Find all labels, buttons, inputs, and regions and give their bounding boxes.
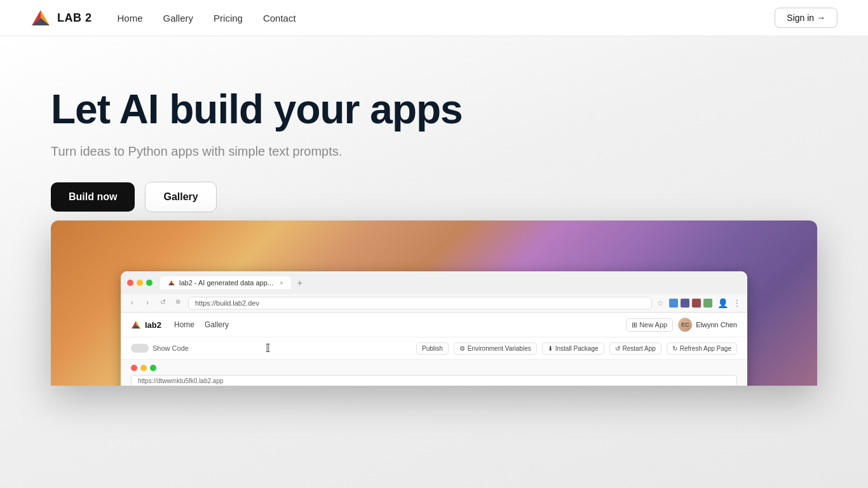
sign-in-button[interactable]: Sign in → xyxy=(775,8,837,28)
publish-button[interactable]: Publish xyxy=(416,342,449,355)
inner-browser: lab2 - AI generated data app... × + ‹ › … xyxy=(121,271,747,386)
app-preview-area: https://dtwwmktu5fk0.lab2.app ⋮ xyxy=(121,360,747,386)
new-app-icon: ⊞ xyxy=(632,321,637,329)
app-toolbar: Show Code 𝕀 Publish ⚙ Environment Variab… xyxy=(121,337,747,360)
new-app-button[interactable]: ⊞ New App xyxy=(626,318,673,332)
profile-icon[interactable]: 👤 xyxy=(717,298,728,308)
inner-nav-left: lab2 Home Gallery xyxy=(131,320,229,330)
install-pkg-button[interactable]: ⬇ Install Package xyxy=(542,342,604,355)
main-nav: Home Gallery Pricing Contact xyxy=(118,13,296,24)
url-bar-row: ‹ › ↺ ⊕ https://build.lab2.dev ☆ xyxy=(121,294,747,313)
refresh-icon: ↻ xyxy=(672,345,677,352)
nav-pricing[interactable]: Pricing xyxy=(214,13,243,24)
install-pkg-icon: ⬇ xyxy=(548,345,553,352)
inner-nav-links: Home Gallery xyxy=(174,320,229,329)
tl-green xyxy=(146,280,153,286)
user-avatar: EC xyxy=(678,318,692,332)
tab-label: lab2 - AI generated data app... xyxy=(179,279,273,287)
preview-traffic-lights xyxy=(131,365,737,371)
browser-window: lab2 - AI generated data app... × + ‹ › … xyxy=(51,220,817,386)
logo[interactable]: LAB 2 xyxy=(31,8,92,28)
hero-section: Let AI build your apps Turn ideas to Pyt… xyxy=(0,36,868,488)
nav-gallery[interactable]: Gallery xyxy=(163,13,194,24)
install-pkg-label: Install Package xyxy=(555,345,599,352)
browser-mockup-container: lab2 - AI generated data app... × + ‹ › … xyxy=(51,220,817,386)
new-tab-button[interactable]: + xyxy=(294,278,306,288)
tl-red xyxy=(127,280,133,286)
env-vars-button[interactable]: ⚙ Environment Variables xyxy=(454,342,537,355)
tab-close[interactable]: × xyxy=(280,280,283,287)
restart-icon: ↺ xyxy=(615,345,620,352)
ext-icons xyxy=(669,299,712,308)
refresh-app-button[interactable]: ↻ Refresh App Page xyxy=(667,342,737,355)
inner-nav-gallery[interactable]: Gallery xyxy=(205,320,229,329)
show-code-label: Show Code xyxy=(153,344,189,352)
nav-home[interactable]: Home xyxy=(118,13,143,24)
reload-button[interactable]: ↺ xyxy=(158,298,168,308)
preview-url-bar[interactable]: https://dtwwmktu5fk0.lab2.app xyxy=(131,375,737,386)
build-now-button[interactable]: Build now xyxy=(51,182,135,212)
inner-app-nav: lab2 Home Gallery ⊞ New App xyxy=(121,313,747,337)
hero-title: Let AI build your apps xyxy=(51,87,817,132)
forward-button[interactable]: › xyxy=(142,298,153,308)
preview-url-text: https://dtwwmktu5fk0.lab2.app xyxy=(138,377,224,384)
header: LAB 2 Home Gallery Pricing Contact Sign … xyxy=(0,0,868,36)
url-bar[interactable]: https://build.lab2.dev xyxy=(188,297,652,309)
restart-app-button[interactable]: ↺ Restart App xyxy=(609,342,661,355)
gallery-button[interactable]: Gallery xyxy=(145,182,216,212)
traffic-lights xyxy=(127,280,153,286)
url-text: https://build.lab2.dev xyxy=(195,299,259,307)
nav-contact[interactable]: Contact xyxy=(263,13,296,24)
show-code-toggle[interactable]: Show Code xyxy=(131,344,189,353)
preview-tl-red xyxy=(131,365,137,371)
macos-wallpaper: lab2 - AI generated data app... × + ‹ › … xyxy=(51,220,817,386)
env-vars-label: Environment Variables xyxy=(468,345,531,352)
tl-yellow xyxy=(137,280,143,286)
toolbar-right: Publish ⚙ Environment Variables ⬇ Instal… xyxy=(416,342,737,355)
user-name: Elwynn Chen xyxy=(696,321,737,329)
inner-chrome: lab2 - AI generated data app... × + xyxy=(121,271,747,294)
preview-tl-yellow xyxy=(140,365,147,371)
menu-icon[interactable]: ⋮ xyxy=(733,299,741,308)
logo-text: LAB 2 xyxy=(57,11,92,25)
hero-subtitle: Turn ideas to Python apps with simple te… xyxy=(51,144,817,159)
cursor-icon: 𝕀 xyxy=(266,341,270,355)
inner-nav-right: ⊞ New App EC Elwynn Chen xyxy=(626,318,737,332)
tab-bar: lab2 - AI generated data app... × + xyxy=(160,276,741,289)
inner-app-logo: lab2 xyxy=(131,320,161,330)
inner-logo-text: lab2 xyxy=(145,320,161,330)
back-button[interactable]: ‹ xyxy=(127,298,137,308)
bookmark-icon[interactable]: ☆ xyxy=(657,299,664,308)
cursor-area: 𝕀 xyxy=(266,341,270,355)
tab-favicon xyxy=(168,279,175,287)
logo-icon xyxy=(31,8,51,28)
hero-buttons: Build now Gallery xyxy=(51,182,817,212)
active-tab[interactable]: lab2 - AI generated data app... × xyxy=(160,276,291,289)
refresh-label: Refresh App Page xyxy=(680,345,731,352)
new-app-label: New App xyxy=(639,321,667,329)
preview-tl-green xyxy=(150,365,156,371)
header-left: LAB 2 Home Gallery Pricing Contact xyxy=(31,8,296,28)
inner-logo-icon xyxy=(131,320,141,330)
address-icon: ⊕ xyxy=(173,298,183,308)
inner-nav-home[interactable]: Home xyxy=(174,320,194,329)
user-info: EC Elwynn Chen xyxy=(678,318,737,332)
toggle-switch[interactable] xyxy=(131,344,149,353)
env-vars-icon: ⚙ xyxy=(459,345,465,352)
restart-label: Restart App xyxy=(623,345,656,352)
